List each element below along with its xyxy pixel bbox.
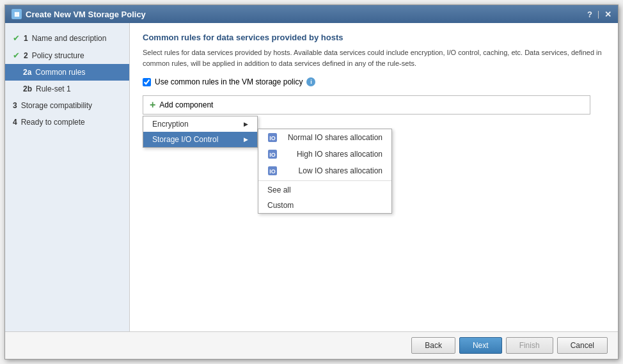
close-button[interactable]: ✕	[604, 10, 611, 19]
sidebar-step-1: 1	[24, 34, 28, 43]
menu-label-high-io: High IO shares allocation	[297, 150, 382, 159]
next-button[interactable]: Next	[459, 337, 502, 354]
sidebar-step-2: 2	[24, 51, 28, 60]
dialog-footer: Back Next Finish Cancel	[5, 331, 618, 359]
menu-item-normal-io[interactable]: IO Normal IO shares allocation	[258, 129, 391, 146]
sidebar-step-3: 3	[13, 101, 17, 110]
info-icon[interactable]: i	[306, 77, 315, 86]
svg-text:IO: IO	[269, 135, 276, 141]
checkbox-row: Use common rules in the VM storage polic…	[143, 77, 605, 86]
menu-label-storage-io: Storage I/O Control	[152, 135, 218, 144]
menu-label-encryption: Encryption	[152, 120, 189, 129]
sidebar-step-2b: 2b	[23, 84, 32, 93]
low-io-icon: IO	[267, 166, 278, 176]
check-icon-2: ✔	[13, 51, 20, 60]
dialog-titlebar: ▦ Create New VM Storage Policy ? | ✕	[5, 5, 618, 23]
menu-level1: Encryption ▶ Storage I/O Control ▶	[143, 116, 258, 148]
menu-label-low-io: Low IO shares allocation	[299, 166, 382, 175]
high-io-icon: IO	[267, 149, 278, 159]
normal-io-icon: IO	[267, 132, 278, 143]
dialog-body: ✔ 1 Name and description ✔ 2 Policy stru…	[5, 23, 618, 331]
sidebar: ✔ 1 Name and description ✔ 2 Policy stru…	[5, 23, 130, 331]
sidebar-item-name-desc[interactable]: ✔ 1 Name and description	[5, 29, 129, 47]
add-icon: +	[150, 99, 155, 111]
use-common-rules-checkbox[interactable]	[143, 78, 151, 86]
menu-label-normal-io: Normal IO shares allocation	[288, 133, 382, 142]
check-icon-1: ✔	[13, 33, 20, 43]
sidebar-label-common-rules: Common rules	[35, 68, 85, 77]
sidebar-label-ready: Ready to complete	[21, 118, 85, 127]
svg-text:IO: IO	[269, 168, 276, 175]
section-desc: Select rules for data services provided …	[143, 47, 605, 68]
add-component-bar[interactable]: + Add component	[143, 95, 590, 115]
menu-item-custom[interactable]: Custom	[258, 198, 391, 213]
separator: |	[597, 10, 599, 19]
menu-separator	[258, 180, 391, 181]
add-component-label: Add component	[159, 100, 213, 109]
menu-label-see-all: See all	[267, 186, 291, 194]
dialog-title-left: ▦ Create New VM Storage Policy	[12, 9, 146, 19]
menu-item-encryption[interactable]: Encryption ▶	[143, 116, 257, 132]
sidebar-item-rule-set-1[interactable]: 2b Rule-set 1	[5, 81, 129, 97]
sidebar-label-rule-set-1: Rule-set 1	[36, 84, 71, 93]
svg-text:IO: IO	[269, 152, 276, 158]
submenu-arrow-encryption: ▶	[244, 121, 248, 127]
submenu-arrow-storage-io: ▶	[244, 136, 248, 143]
sidebar-item-policy-structure[interactable]: ✔ 2 Policy structure	[5, 47, 129, 64]
sidebar-item-common-rules[interactable]: 2a Common rules	[5, 64, 129, 81]
finish-button[interactable]: Finish	[506, 337, 553, 354]
checkbox-label: Use common rules in the VM storage polic…	[155, 77, 303, 86]
menu-item-see-all[interactable]: See all	[258, 182, 391, 198]
menu-item-high-io[interactable]: IO High IO shares allocation	[258, 146, 391, 162]
dialog-title: Create New VM Storage Policy	[26, 10, 146, 19]
menu-item-storage-io[interactable]: Storage I/O Control ▶	[143, 132, 257, 147]
sidebar-step-2a: 2a	[23, 68, 31, 77]
menu-item-low-io[interactable]: IO Low IO shares allocation	[258, 162, 391, 179]
main-content: Common rules for data services provided …	[130, 23, 618, 331]
help-button[interactable]: ?	[587, 10, 592, 19]
section-title: Common rules for data services provided …	[143, 33, 605, 42]
back-button[interactable]: Back	[411, 337, 455, 354]
sidebar-item-storage-compat[interactable]: 3 Storage compatibility	[5, 97, 129, 114]
cancel-button[interactable]: Cancel	[557, 337, 608, 354]
menu-level2: IO Normal IO shares allocation IO Hig	[258, 129, 392, 214]
vm-storage-icon: ▦	[12, 9, 22, 19]
sidebar-label-storage-compat: Storage compatibility	[21, 101, 92, 110]
dialog-titlebar-right: ? | ✕	[587, 10, 611, 19]
sidebar-label-policy-structure: Policy structure	[32, 51, 84, 60]
create-vm-storage-policy-dialog: ▦ Create New VM Storage Policy ? | ✕ ✔ 1…	[4, 4, 619, 360]
sidebar-step-4: 4	[13, 118, 17, 127]
sidebar-item-ready[interactable]: 4 Ready to complete	[5, 114, 129, 131]
menu-label-custom: Custom	[267, 201, 294, 210]
sidebar-label-name-desc: Name and description	[32, 34, 107, 43]
